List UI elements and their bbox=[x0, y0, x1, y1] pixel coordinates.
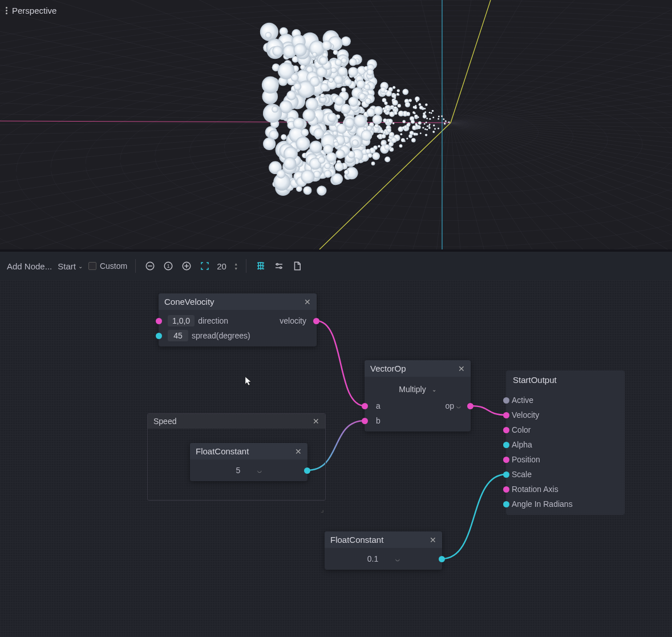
zoom-in-icon[interactable] bbox=[180, 260, 193, 272]
group-title: Speed bbox=[153, 417, 176, 426]
float-value[interactable]: 5 bbox=[236, 466, 241, 475]
frame-icon[interactable] bbox=[199, 260, 211, 272]
close-icon[interactable]: ✕ bbox=[295, 447, 302, 456]
port-in[interactable] bbox=[503, 412, 509, 418]
expand-handle-icon[interactable]: ◡ bbox=[456, 403, 460, 409]
grid-icon[interactable] bbox=[254, 260, 267, 272]
port-op-out[interactable] bbox=[467, 403, 473, 409]
custom-label: Custom bbox=[100, 261, 127, 271]
expand-handle-icon[interactable]: ◡ bbox=[395, 556, 399, 562]
port-a-in[interactable] bbox=[362, 403, 368, 409]
node-title: ConeVelocity bbox=[164, 297, 214, 307]
viewport-menu-icon[interactable] bbox=[6, 7, 7, 14]
direction-field[interactable]: 1,0,0 bbox=[168, 315, 195, 326]
port-out[interactable] bbox=[304, 467, 310, 474]
port-velocity-out[interactable] bbox=[313, 318, 319, 324]
document-icon[interactable] bbox=[291, 260, 303, 272]
close-icon[interactable]: ✕ bbox=[430, 535, 436, 545]
operation-dropdown[interactable]: Multiply⌄ bbox=[370, 382, 465, 396]
output-port-active[interactable]: Active bbox=[506, 393, 625, 408]
output-port-angle-in-radians[interactable]: Angle In Radians bbox=[506, 497, 625, 511]
port-in[interactable] bbox=[503, 397, 509, 404]
svg-text:1: 1 bbox=[167, 264, 170, 269]
node-title: VectorOp bbox=[370, 364, 406, 373]
node-cone-velocity[interactable]: ConeVelocity✕ 1,0,0 direction velocity 4… bbox=[159, 293, 317, 346]
frame-stepper[interactable]: ▲▼ bbox=[234, 262, 238, 271]
svg-point-9 bbox=[277, 264, 278, 265]
add-node-button[interactable]: Add Node... bbox=[7, 261, 52, 271]
node-title: StartOutput bbox=[513, 375, 557, 385]
custom-checkbox[interactable] bbox=[88, 262, 96, 270]
output-port-scale[interactable]: Scale bbox=[506, 467, 625, 482]
port-out[interactable] bbox=[439, 556, 445, 562]
port-in[interactable] bbox=[503, 457, 509, 463]
close-icon[interactable]: ✕ bbox=[313, 417, 319, 426]
output-port-rotation-axis[interactable]: Rotation Axis bbox=[506, 482, 625, 497]
node-title: FloatConstant bbox=[196, 446, 249, 456]
graph-toolbar: Add Node... Start⌄ Custom 1 20 ▲▼ bbox=[0, 249, 672, 280]
spread-field[interactable]: 45 bbox=[168, 330, 188, 341]
close-icon[interactable]: ✕ bbox=[458, 364, 465, 373]
start-dropdown[interactable]: Start⌄ bbox=[58, 261, 83, 271]
corner-marker: ⌟ bbox=[321, 506, 324, 514]
node-graph[interactable]: ConeVelocity✕ 1,0,0 direction velocity 4… bbox=[0, 280, 672, 637]
viewport-3d[interactable]: Perspective bbox=[0, 0, 672, 249]
node-float-constant-2[interactable]: FloatConstant✕ 0.1 ◡ bbox=[325, 531, 442, 570]
zoom-reset-icon[interactable]: 1 bbox=[162, 260, 175, 272]
port-in[interactable] bbox=[503, 442, 509, 448]
settings-icon[interactable] bbox=[273, 260, 285, 272]
node-vector-op[interactable]: VectorOp✕ Multiply⌄ a op ◡ b bbox=[365, 360, 471, 432]
expand-handle-icon[interactable]: ◡ bbox=[257, 467, 261, 473]
particle-canvas bbox=[0, 0, 672, 249]
output-port-velocity[interactable]: Velocity bbox=[506, 408, 625, 422]
node-start-output[interactable]: StartOutput ActiveVelocityColorAlphaPosi… bbox=[506, 370, 625, 515]
output-port-position[interactable]: Position bbox=[506, 452, 625, 467]
zoom-out-icon[interactable] bbox=[144, 260, 156, 272]
port-in[interactable] bbox=[503, 471, 509, 478]
float-value[interactable]: 0.1 bbox=[367, 554, 378, 563]
svg-point-10 bbox=[280, 267, 282, 269]
node-title: FloatConstant bbox=[330, 535, 383, 545]
port-direction-in[interactable] bbox=[156, 318, 162, 324]
port-spread-in[interactable] bbox=[156, 333, 162, 339]
output-port-alpha[interactable]: Alpha bbox=[506, 437, 625, 452]
port-in[interactable] bbox=[503, 486, 509, 493]
output-port-color[interactable]: Color bbox=[506, 422, 625, 437]
node-float-constant-1[interactable]: FloatConstant✕ 5 ◡ bbox=[190, 443, 307, 481]
port-in[interactable] bbox=[503, 427, 509, 433]
port-b-in[interactable] bbox=[362, 418, 368, 424]
frame-value[interactable]: 20 bbox=[217, 261, 228, 271]
viewport-title: Perspective bbox=[12, 6, 56, 15]
close-icon[interactable]: ✕ bbox=[304, 297, 311, 307]
port-in[interactable] bbox=[503, 501, 509, 507]
